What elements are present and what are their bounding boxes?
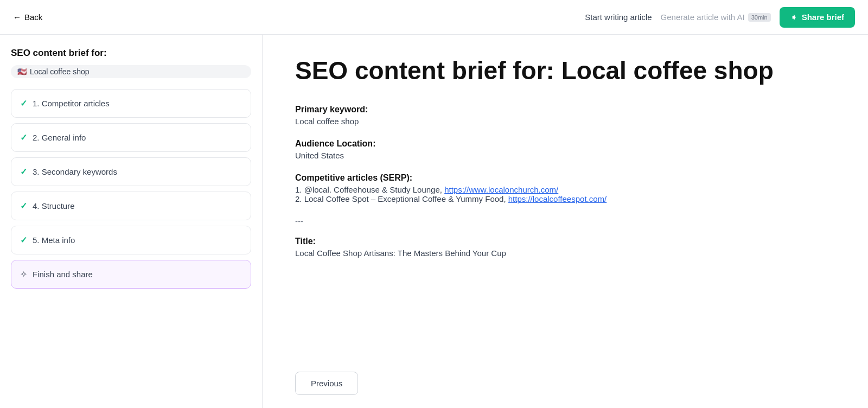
title-section: Title: Local Coffee Shop Artisans: The M…: [295, 237, 835, 258]
article-1-link[interactable]: https://www.localonchurch.com/: [444, 185, 558, 194]
share-icon: ➧: [790, 12, 797, 22]
step-4-label: 4. Structure: [33, 201, 75, 211]
primary-keyword-value: Local coffee shop: [295, 117, 835, 126]
back-button[interactable]: ← Back: [13, 12, 42, 22]
step-5-label: 5. Meta info: [33, 235, 75, 245]
sidebar-step-finish[interactable]: ✧ Finish and share: [11, 260, 251, 289]
keyword-flag: 🇺🇸: [17, 67, 27, 76]
step-check-icon-4: ✓: [20, 201, 27, 211]
sidebar-step-4[interactable]: ✓ 4. Structure: [11, 192, 251, 220]
share-brief-button[interactable]: ➧ Share brief: [780, 7, 855, 28]
sidebar-keyword-badge: 🇺🇸 Local coffee shop: [11, 65, 251, 78]
competitive-articles-section: Competitive articles (SERP): 1. @local. …: [295, 173, 835, 203]
competitive-articles-label: Competitive articles (SERP):: [295, 173, 835, 183]
primary-keyword-section: Primary keyword: Local coffee shop: [295, 105, 835, 126]
share-label: Share brief: [802, 12, 844, 22]
audience-location-value: United States: [295, 151, 835, 160]
sidebar-steps: ✓ 1. Competitor articles ✓ 2. General in…: [11, 89, 251, 289]
back-label: Back: [24, 12, 42, 22]
main-layout: SEO content brief for: 🇺🇸 Local coffee s…: [0, 35, 868, 408]
back-arrow-icon: ←: [13, 12, 21, 22]
step-check-icon-3: ✓: [20, 167, 27, 177]
keyword-label: Local coffee shop: [30, 67, 90, 76]
article-2-text: 2. Local Coffee Spot – Exceptional Coffe…: [295, 194, 508, 203]
generate-article-button[interactable]: Generate article with AI 30min: [661, 12, 771, 22]
primary-keyword-label: Primary keyword:: [295, 105, 835, 114]
step-1-label: 1. Competitor articles: [33, 99, 110, 108]
step-check-icon-1: ✓: [20, 98, 27, 109]
sidebar-step-3[interactable]: ✓ 3. Secondary keywords: [11, 157, 251, 186]
step-check-icon-5: ✓: [20, 235, 27, 245]
topnav: ← Back Start writing article Generate ar…: [0, 0, 868, 35]
sidebar-step-2[interactable]: ✓ 2. General info: [11, 123, 251, 152]
sidebar: SEO content brief for: 🇺🇸 Local coffee s…: [0, 35, 263, 408]
article-2: 2. Local Coffee Spot – Exceptional Coffe…: [295, 194, 835, 203]
generate-label: Generate article with AI: [661, 12, 745, 22]
step-3-label: 3. Secondary keywords: [33, 167, 117, 176]
content-area: SEO content brief for: Local coffee shop…: [263, 35, 868, 408]
audience-location-section: Audience Location: United States: [295, 139, 835, 160]
article-2-link[interactable]: https://localcoffeespot.com/: [508, 194, 607, 203]
step-grid-icon: ✧: [20, 269, 27, 279]
sidebar-title: SEO content brief for:: [11, 48, 251, 59]
previous-button[interactable]: Previous: [295, 372, 358, 395]
step-check-icon-2: ✓: [20, 132, 27, 143]
content-main-title: SEO content brief for: Local coffee shop: [295, 56, 835, 85]
generate-badge: 30min: [748, 13, 771, 22]
audience-location-label: Audience Location:: [295, 139, 835, 149]
nav-right: Start writing article Generate article w…: [585, 7, 855, 28]
sidebar-step-5[interactable]: ✓ 5. Meta info: [11, 226, 251, 254]
article-1: 1. @local. Coffeehouse & Study Lounge, h…: [295, 185, 835, 194]
content-separator: ---: [295, 216, 835, 226]
title-value: Local Coffee Shop Artisans: The Masters …: [295, 248, 835, 258]
sidebar-step-1[interactable]: ✓ 1. Competitor articles: [11, 89, 251, 118]
start-writing-button[interactable]: Start writing article: [585, 12, 652, 22]
article-1-text: 1. @local. Coffeehouse & Study Lounge,: [295, 185, 444, 194]
step-2-label: 2. General info: [33, 133, 86, 142]
step-finish-label: Finish and share: [33, 270, 93, 279]
title-label: Title:: [295, 237, 835, 246]
